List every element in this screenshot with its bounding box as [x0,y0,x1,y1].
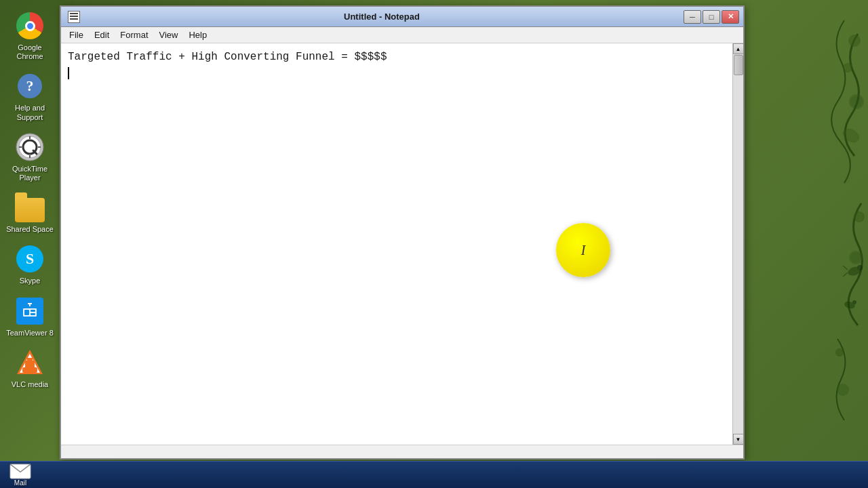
chrome-icon [14,9,46,42]
desktop-icon-shared-space[interactable]: Shared Space [3,188,57,237]
svg-point-2 [850,95,863,108]
window-content-area: Targeted Traffic + High Converting Funne… [61,43,743,445]
menu-edit[interactable]: Edit [89,28,115,41]
notepad-line1: Targeted Traffic + High Converting Funne… [68,49,726,65]
yellow-cursor-circle: I [556,223,610,277]
quicktime-label: QuickTime Player [5,165,54,182]
close-button[interactable]: ✕ [722,10,739,24]
shared-space-label: Shared Space [6,225,54,234]
svg-rect-26 [31,313,35,315]
vlc-icon [14,346,46,379]
desktop: Google Chrome ? Help and Support [0,0,868,488]
minimize-button[interactable]: ─ [684,10,701,24]
svg-text:?: ? [26,77,34,94]
svg-point-0 [849,35,860,46]
skype-label: Skype [20,277,41,285]
window-controls: ─ □ ✕ [684,10,739,24]
desktop-icon-vlc[interactable]: VLC media [3,344,57,392]
taskbar-mail-label: Mail [14,479,26,487]
teamviewer-label: TeamViewer 8 [6,329,54,338]
help-label: Help and Support [5,104,54,121]
svg-point-7 [837,384,848,395]
teamviewer-icon [14,295,46,327]
desktop-icons-container: Google Chrome ? Help and Support [0,0,60,488]
scroll-track[interactable] [733,54,743,434]
vlc-label: VLC media [12,380,48,389]
svg-rect-24 [24,310,29,315]
svg-point-3 [842,127,861,144]
svg-point-9 [857,265,863,270]
quicktime-icon [14,131,46,163]
desktop-icon-chrome[interactable]: Google Chrome [3,7,57,64]
folder-icon [14,191,46,224]
menu-help[interactable]: Help [183,28,212,41]
menu-format[interactable]: Format [115,28,153,41]
notepad-cursor-line [68,65,726,81]
scroll-down-button[interactable]: ▼ [733,434,744,445]
desktop-icon-quicktime[interactable]: QuickTime Player [3,128,57,185]
scroll-up-button[interactable]: ▲ [733,43,744,54]
svg-point-11 [852,300,856,304]
window-titlebar: Untitled - Notepad ─ □ ✕ [61,7,743,27]
desktop-icon-skype[interactable]: S Skype [3,240,57,288]
svg-point-5 [850,251,862,264]
titlebar-icon [68,11,80,23]
svg-rect-25 [31,310,35,312]
cursor-i-char: I [581,243,586,258]
skype-icon: S [14,243,46,275]
notepad-window: Untitled - Notepad ─ □ ✕ File Edit Forma… [60,5,745,460]
desktop-decoration [749,0,868,488]
window-title: Untitled - Notepad [80,12,684,22]
svg-rect-31 [22,367,37,373]
desktop-icon-teamviewer[interactable]: TeamViewer 8 [3,292,57,340]
scroll-thumb[interactable] [734,55,743,75]
window-statusbar [61,445,743,458]
window-menubar: File Edit Format View Help [61,27,743,43]
menu-file[interactable]: File [64,28,89,41]
desktop-icon-help[interactable]: ? Help and Support [3,67,57,124]
svg-point-4 [854,212,864,222]
maximize-button[interactable]: □ [703,10,720,24]
svg-rect-33 [27,358,33,362]
vertical-scrollbar[interactable]: ▲ ▼ [732,43,743,445]
text-cursor [68,67,69,79]
help-icon: ? [14,70,46,102]
taskbar: Mail [0,461,868,488]
taskbar-mail-icon[interactable]: Mail [0,462,41,488]
menu-view[interactable]: View [154,28,184,41]
svg-point-6 [836,349,843,356]
svg-point-1 [844,64,852,72]
chrome-label: Google Chrome [5,43,54,61]
